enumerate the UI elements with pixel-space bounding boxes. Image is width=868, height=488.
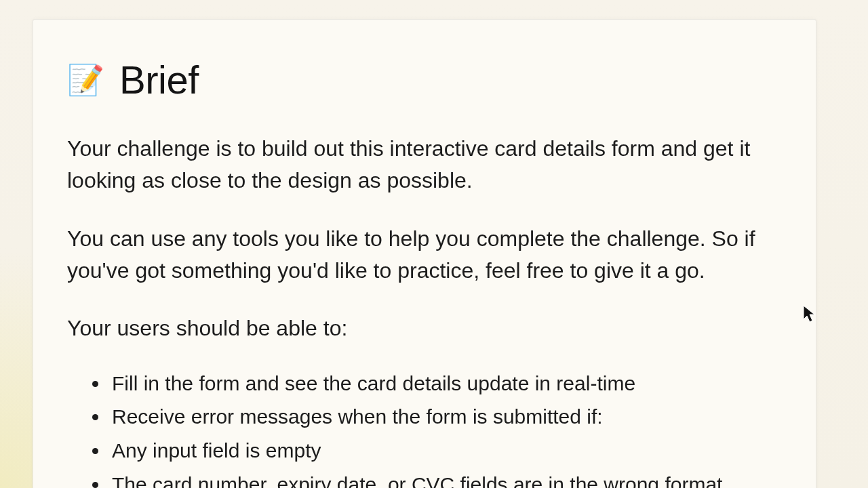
paragraph-tools: You can use any tools you like to help y… <box>67 223 772 287</box>
heading-text: Brief <box>119 57 199 102</box>
page-background: 📝 Brief Your challenge is to build out t… <box>0 0 868 488</box>
memo-icon: 📝 <box>67 65 104 95</box>
paragraph-lead: Your users should be able to: <box>67 312 772 344</box>
brief-card: 📝 Brief Your challenge is to build out t… <box>33 19 816 488</box>
list-item: Receive error messages when the form is … <box>109 401 782 432</box>
paragraph-challenge: Your challenge is to build out this inte… <box>67 133 772 197</box>
list-item: The card number, expiry date, or CVC fie… <box>109 469 782 488</box>
list-item: Fill in the form and see the card detail… <box>109 368 782 399</box>
heading-row: 📝 Brief <box>67 57 782 102</box>
requirements-list: Fill in the form and see the card detail… <box>67 368 782 488</box>
list-item: Any input field is empty <box>109 435 782 466</box>
